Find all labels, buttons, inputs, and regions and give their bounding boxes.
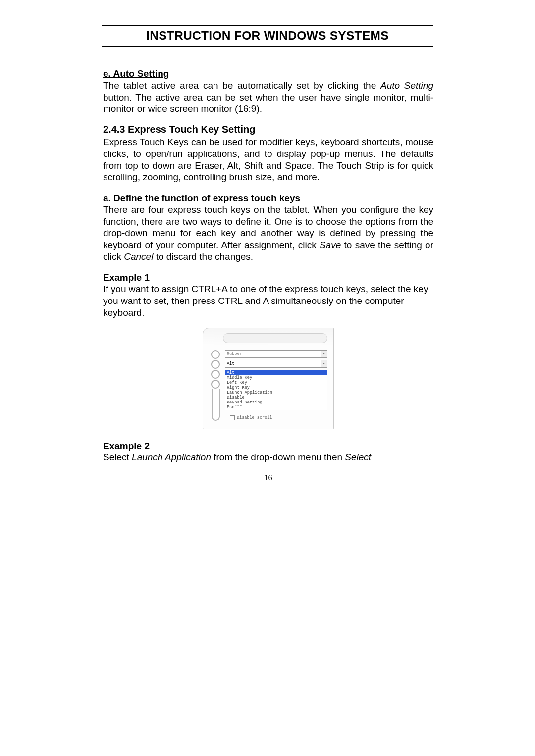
example1-block: Example 1 If you want to assign CTRL+A t…	[103, 272, 433, 319]
express-key-1[interactable]	[211, 350, 220, 359]
express-key-3[interactable]	[211, 370, 220, 379]
example2-italic-launch: Launch Application	[132, 452, 211, 462]
page-content: e. Auto Setting The tablet active area c…	[103, 47, 433, 482]
disable-scroll-label: Disable scroll	[237, 415, 272, 420]
define-italic-save: Save	[320, 240, 341, 250]
example1-head: Example 1	[103, 272, 150, 283]
disable-scroll-row[interactable]: Disable scroll	[225, 415, 327, 420]
option-esc[interactable]: Esc"""	[225, 405, 327, 410]
express-key-2[interactable]	[211, 360, 220, 369]
auto-setting-italic: Auto Setting	[380, 80, 433, 91]
option-launch-application[interactable]: Launch Application	[225, 390, 327, 395]
page: INSTRUCTION FOR WINDOWS SYSTEMS e. Auto …	[0, 0, 535, 482]
define-block: a. Define the function of express touch …	[103, 192, 433, 263]
define-italic-cancel: Cancel	[124, 252, 153, 262]
dropdown-listbox[interactable]: Alt Middle Key Left Key Right Key Launch…	[225, 370, 327, 410]
example2-text-mid: from the drop-down menu then	[211, 452, 345, 462]
page-number: 16	[103, 473, 433, 482]
example2-block: Example 2 Select Launch Application from…	[103, 440, 433, 464]
auto-setting-text-2: button. The active area can be set when …	[103, 92, 433, 114]
express-key-figure: Rubber ▾ Alt ▾ Alt Middle Key Left Key R…	[203, 328, 334, 429]
dropdown-arrow-icon: ▾	[321, 351, 327, 357]
option-middle-key[interactable]: Middle Key	[225, 375, 327, 380]
auto-setting-block: e. Auto Setting The tablet active area c…	[103, 68, 433, 115]
figure-wrap: Rubber ▾ Alt ▾ Alt Middle Key Left Key R…	[103, 328, 433, 429]
example1-text: If you want to assign CTRL+A to one of t…	[103, 284, 428, 318]
combo-rubber[interactable]: Rubber ▾	[225, 350, 327, 358]
option-left-key[interactable]: Left Key	[225, 380, 327, 385]
example2-italic-select: Select	[345, 452, 371, 462]
define-head: a. Define the function of express touch …	[103, 193, 300, 203]
header-title: INSTRUCTION FOR WINDOWS SYSTEMS	[146, 29, 389, 42]
figure-key-column	[210, 350, 221, 421]
figure-controls: Rubber ▾ Alt ▾ Alt Middle Key Left Key R…	[225, 350, 327, 420]
define-text-2: to discard the changes.	[153, 252, 253, 262]
auto-setting-head: e. Auto Setting	[103, 68, 169, 79]
option-keypad-setting[interactable]: Keypad Setting	[225, 400, 327, 405]
option-disable[interactable]: Disable	[225, 395, 327, 400]
figure-top-bar	[223, 333, 327, 343]
express-key-4[interactable]	[211, 380, 220, 389]
option-alt[interactable]: Alt	[225, 370, 327, 375]
example2-head: Example 2	[103, 441, 150, 451]
combo-alt-value: Alt	[227, 361, 234, 366]
combo-alt[interactable]: Alt ▾	[225, 360, 327, 368]
option-right-key[interactable]: Right Key	[225, 385, 327, 390]
example2-text-1: Select	[103, 452, 132, 462]
auto-setting-text-1: The tablet active area can be automatica…	[103, 80, 380, 91]
checkbox-icon[interactable]	[230, 415, 235, 420]
page-header: INSTRUCTION FOR WINDOWS SYSTEMS	[102, 25, 433, 47]
section-243-text: Express Touch Keys can be used for modif…	[103, 136, 433, 183]
touch-strip[interactable]	[212, 389, 220, 421]
combo-rubber-value: Rubber	[227, 352, 242, 356]
section-243-head: 2.4.3 Express Touch Key Setting	[103, 124, 433, 135]
dropdown-arrow-icon: ▾	[321, 360, 327, 367]
figure-body: Rubber ▾ Alt ▾ Alt Middle Key Left Key R…	[210, 350, 327, 421]
